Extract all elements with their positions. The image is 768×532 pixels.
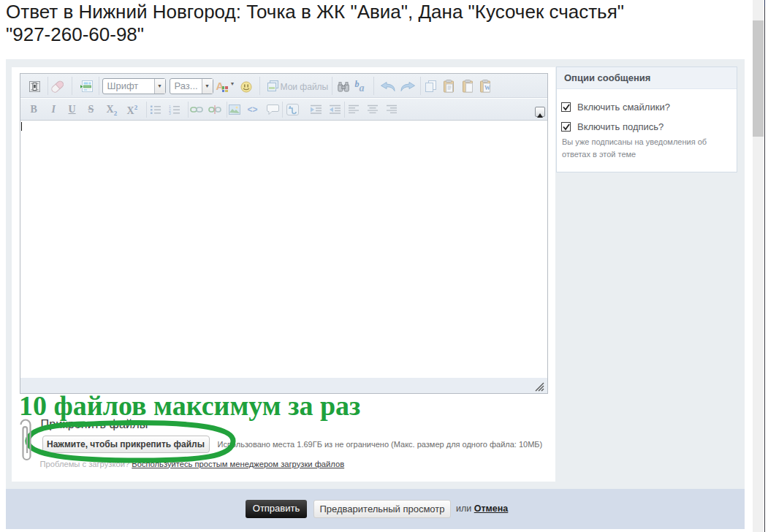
svg-text:3: 3 <box>169 111 171 115</box>
svg-text:W: W <box>484 85 490 91</box>
